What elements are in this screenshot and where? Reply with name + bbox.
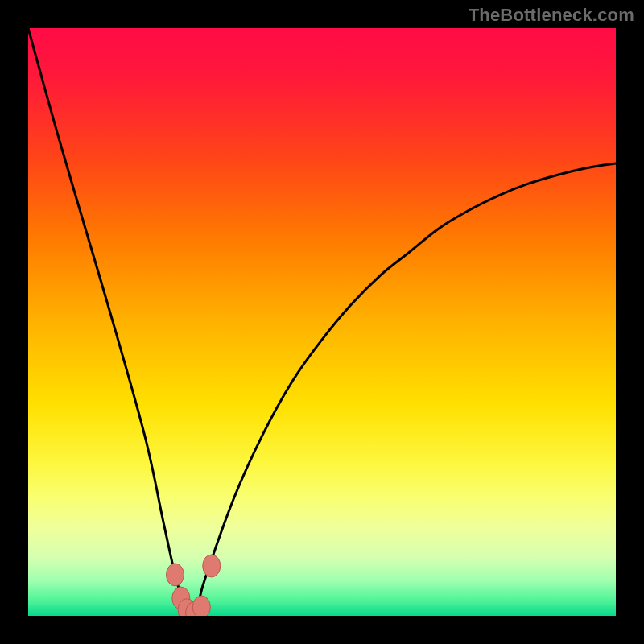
curve-layer (28, 28, 616, 616)
data-marker (167, 564, 184, 586)
bottleneck-curve (28, 28, 616, 616)
watermark-text: TheBottleneck.com (469, 5, 634, 26)
marker-group (167, 555, 221, 616)
plot-area (28, 28, 616, 616)
data-marker (203, 555, 221, 577)
data-marker (192, 596, 210, 616)
chart-frame: TheBottleneck.com (0, 0, 644, 644)
curve-group (28, 28, 616, 616)
